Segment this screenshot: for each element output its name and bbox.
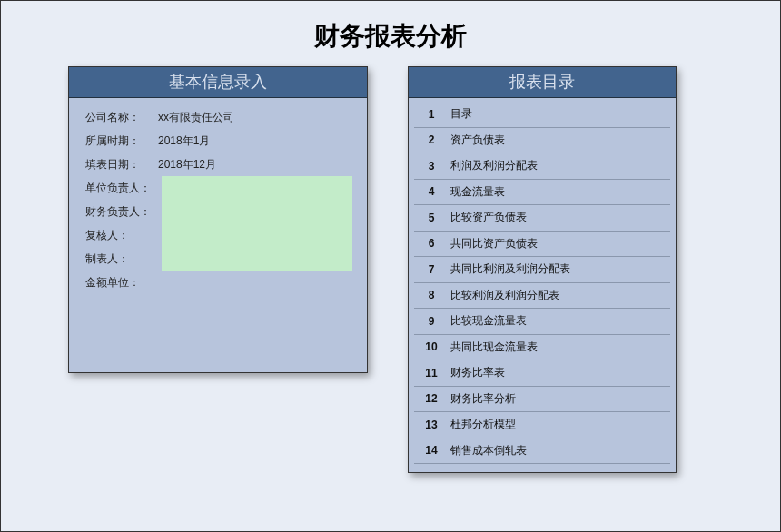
toc-num: 14 <box>414 444 449 457</box>
info-label: 公司名称： <box>78 110 154 125</box>
toc-num: 2 <box>414 133 449 146</box>
toc-label: 目录 <box>449 106 670 122</box>
toc-label: 资产负债表 <box>449 133 670 148</box>
info-row-unit-leader: 单位负责人： <box>78 176 358 200</box>
toc-num: 7 <box>414 263 449 276</box>
page: 财务报表分析 基本信息录入 公司名称： xx有限责任公司 所属时期： 2018年… <box>0 0 781 532</box>
toc-row[interactable]: 1 目录 <box>414 102 670 128</box>
info-label: 单位负责人： <box>78 181 154 196</box>
toc-label: 利润及利润分配表 <box>449 158 670 173</box>
basic-info-header: 基本信息录入 <box>69 67 367 98</box>
info-row-filldate: 填表日期： 2018年12月 <box>78 153 358 176</box>
toc-num: 5 <box>414 212 449 224</box>
basic-info-panel: 基本信息录入 公司名称： xx有限责任公司 所属时期： 2018年1月 填表日期… <box>68 66 368 373</box>
toc-row[interactable]: 10 共同比现金流量表 <box>414 335 670 361</box>
toc-num: 6 <box>414 237 449 250</box>
toc-num: 13 <box>414 419 449 431</box>
toc-row[interactable]: 14 销售成本倒轧表 <box>414 438 670 465</box>
toc-label: 销售成本倒轧表 <box>449 443 670 458</box>
info-row-currency-unit: 金额单位： <box>78 271 358 294</box>
info-label: 复核人： <box>78 228 154 243</box>
toc-num: 12 <box>414 392 449 405</box>
toc-label: 现金流量表 <box>449 184 670 200</box>
info-label: 填表日期： <box>78 157 154 172</box>
info-value[interactable]: xx有限责任公司 <box>154 110 358 125</box>
toc-row[interactable]: 13 杜邦分析模型 <box>414 412 670 438</box>
info-label: 财务负责人： <box>78 204 154 220</box>
toc-row[interactable]: 12 财务比率分析 <box>414 387 670 413</box>
toc-num: 3 <box>414 160 449 172</box>
toc-num: 10 <box>414 340 449 353</box>
toc-label: 共同比资产负债表 <box>449 236 670 251</box>
toc-num: 9 <box>414 315 449 328</box>
toc-body: 1 目录 2 资产负债表 3 利润及利润分配表 4 现金流量表 5 比较资产 <box>409 98 676 469</box>
info-row-company: 公司名称： xx有限责任公司 <box>78 105 358 129</box>
toc-num: 11 <box>414 367 449 379</box>
toc-label: 比较现金流量表 <box>449 313 670 329</box>
info-value[interactable]: 2018年12月 <box>154 157 358 172</box>
toc-label: 共同比利润及利润分配表 <box>449 261 670 277</box>
toc-label: 财务比率表 <box>449 365 670 380</box>
toc-row[interactable]: 3 利润及利润分配表 <box>414 153 670 180</box>
toc-label: 比较资产负债表 <box>449 210 670 225</box>
toc-num: 4 <box>414 185 449 198</box>
toc-panel: 报表目录 1 目录 2 资产负债表 3 利润及利润分配表 4 现金流量表 <box>408 66 677 473</box>
toc-row[interactable]: 9 比较现金流量表 <box>414 309 670 335</box>
toc-num: 1 <box>414 108 449 121</box>
info-row-period: 所属时期： 2018年1月 <box>78 129 358 153</box>
toc-row[interactable]: 8 比较利润及利润分配表 <box>414 283 670 310</box>
toc-header: 报表目录 <box>409 67 676 98</box>
toc-row[interactable]: 5 比较资产负债表 <box>414 205 670 232</box>
toc-row[interactable]: 7 共同比利润及利润分配表 <box>414 257 670 283</box>
info-label: 金额单位： <box>78 275 154 291</box>
info-label: 所属时期： <box>78 133 154 149</box>
toc-label: 财务比率分析 <box>449 391 670 407</box>
toc-num: 8 <box>414 289 449 301</box>
toc-label: 杜邦分析模型 <box>449 417 670 432</box>
basic-info-body: 公司名称： xx有限责任公司 所属时期： 2018年1月 填表日期： 2018年… <box>69 98 367 301</box>
info-label: 制表人： <box>78 251 154 267</box>
toc-row[interactable]: 4 现金流量表 <box>414 180 670 206</box>
toc-label: 比较利润及利润分配表 <box>449 288 670 303</box>
toc-label: 共同比现金流量表 <box>449 340 670 355</box>
panels-container: 基本信息录入 公司名称： xx有限责任公司 所属时期： 2018年1月 填表日期… <box>1 66 780 473</box>
info-row-preparer: 制表人： <box>78 247 358 271</box>
toc-row[interactable]: 6 共同比资产负债表 <box>414 232 670 258</box>
toc-row[interactable]: 2 资产负债表 <box>414 128 670 154</box>
toc-row[interactable]: 11 财务比率表 <box>414 360 670 387</box>
info-value[interactable]: 2018年1月 <box>154 133 358 149</box>
page-title: 财务报表分析 <box>1 1 780 66</box>
green-input-block: 单位负责人： 财务负责人： 复核人： 制表人： <box>78 176 358 271</box>
info-row-finance-leader: 财务负责人： <box>78 200 358 223</box>
info-row-reviewer: 复核人： <box>78 223 358 247</box>
